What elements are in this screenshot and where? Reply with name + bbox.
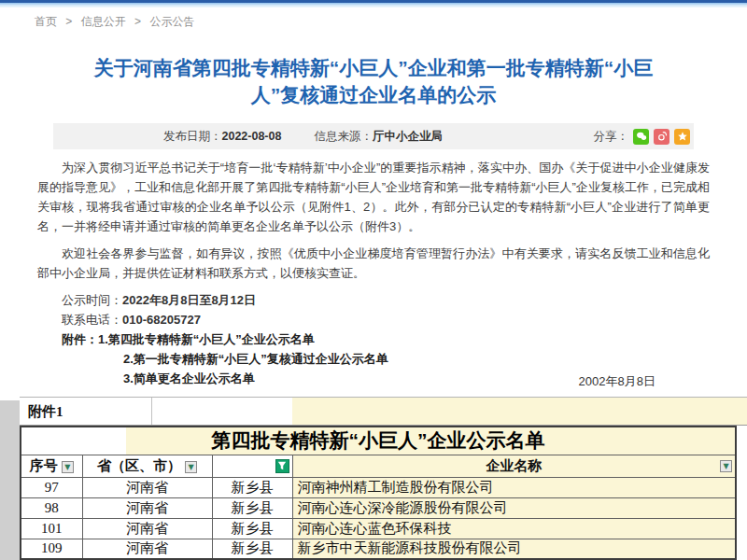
filter-dropdown-icon[interactable] [720, 460, 732, 472]
notice-time-label: 公示时间： [62, 293, 122, 307]
table-title: 第四批专精特新“小巨人”企业公示名单 [21, 427, 736, 455]
publish-date-label: 发布日期： [163, 130, 222, 143]
table-row: 98 河南省 新乡县 河南心连心深冷能源股份有限公司 [21, 497, 736, 518]
table-cell-county: 新乡县 [212, 477, 292, 497]
attachment-item: 1.第四批专精特新“小巨人”企业公示名单 [98, 332, 315, 346]
page-title: 关于河南省第四批专精特新“小巨人”企业和第一批专精特新“小巨人”复核通过企业名单… [93, 54, 654, 108]
attachments-line: 附件：1.第四批专精特新“小巨人”企业公示名单 [37, 329, 710, 349]
table-cell-province: 河南省 [82, 497, 212, 518]
table-row: 109 河南省 新乡县 新乡市中天新能源科技股份有限公司 [21, 539, 736, 559]
attachments-label: 附件： [62, 332, 98, 346]
filter-funnel-icon[interactable] [275, 459, 289, 473]
phone-line: 联系电话：010-68205727 [37, 310, 710, 329]
publish-date: 发布日期：2022-08-08 [163, 129, 281, 145]
table-cell-company: 河南神州精工制造股份有限公司 [292, 477, 736, 497]
breadcrumb-public-notice[interactable]: 公示公告 [149, 15, 194, 28]
attachment-item: 2.第一批专精特新“小巨人”复核通过企业公示名单 [37, 349, 710, 369]
table-cell-province: 河南省 [82, 518, 212, 539]
breadcrumb-separator: > [134, 15, 141, 28]
column-header-label: 序号 [30, 458, 58, 473]
article-body: 为深入贯彻习近平总书记关于“培育一批‘专精特新’中小企业”的重要指示精神，落实中… [37, 158, 710, 391]
info-source-value: 厅中小企业局 [373, 130, 443, 143]
weibo-share-icon[interactable] [654, 129, 669, 145]
wechat-share-icon[interactable] [633, 129, 649, 145]
table-cell-company: 河南心连心深冷能源股份有限公司 [292, 497, 736, 518]
table-cell-county: 新乡县 [212, 497, 292, 518]
table-cell-seq: 98 [21, 497, 82, 518]
phone-value: 010-68205727 [122, 313, 201, 327]
paragraph: 为深入贯彻习近平总书记关于“培育一批‘专精特新’中小企业”的重要指示精神，落实中… [37, 158, 710, 236]
info-source: 信息来源：厅中小企业局 [314, 129, 443, 145]
sheet-left-margin [0, 400, 20, 560]
attachment-sheet: 附件1 第四批专精特新“小巨人”企业公示名单 序号 省（区、市） 企业名称 97… [0, 397, 747, 560]
table-row: 101 河南省 新乡县 河南心连心蓝色环保科技 [21, 518, 736, 539]
column-header-province: 省（区、市） [82, 455, 212, 477]
table-cell-seq: 109 [21, 539, 82, 559]
column-header-label: 企业名称 [486, 458, 542, 473]
article-meta-bar: 发布日期：2022-08-08 信息来源：厅中小企业局 分享： [53, 123, 694, 149]
publish-date-value: 2022-08-08 [222, 130, 282, 143]
notice-time-value: 2022年8月8日至8月12日 [122, 293, 256, 307]
column-header-county [212, 455, 292, 477]
breadcrumb-info-disclosure[interactable]: 信息公开 [81, 15, 126, 28]
sheet-label-row: 附件1 [20, 397, 747, 426]
column-header-label: 省（区、市） [97, 458, 181, 473]
breadcrumb-separator: > [65, 15, 72, 28]
notice-time-line: 公示时间：2022年8月8日至8月12日 [37, 290, 710, 310]
meta-left-group: 发布日期：2022-08-08 信息来源：厅中小企业局 [163, 129, 443, 145]
table-cell-province: 河南省 [82, 539, 212, 559]
share-label: 分享： [594, 129, 629, 145]
info-source-label: 信息来源： [314, 130, 373, 143]
share-group: 分享： [594, 129, 691, 145]
sheet-label: 附件1 [28, 403, 63, 421]
company-table: 第四批专精特新“小巨人”企业公示名单 序号 省（区、市） 企业名称 97 河南省… [20, 426, 737, 560]
table-cell-province: 河南省 [82, 477, 212, 497]
table-cell-company: 新乡市中天新能源科技股份有限公司 [292, 539, 736, 559]
breadcrumb-home[interactable]: 首页 [35, 15, 57, 28]
site-header-edge [0, 0, 747, 7]
table-cell-seq: 97 [21, 477, 82, 497]
star-share-icon[interactable] [674, 129, 690, 145]
filter-dropdown-icon[interactable] [62, 461, 74, 473]
paragraph: 欢迎社会各界参与监督，如有异议，按照《优质中小企业梯度培育管理暂行办法》中有关要… [37, 244, 710, 283]
sheet-area: 附件1 第四批专精特新“小巨人”企业公示名单 序号 省（区、市） 企业名称 97… [20, 397, 747, 560]
table-cell-company: 河南心连心蓝色环保科技 [292, 518, 736, 539]
phone-label: 联系电话： [62, 313, 122, 327]
column-header-seq: 序号 [21, 455, 82, 477]
table-cell-county: 新乡县 [212, 518, 292, 539]
table-cell-county: 新乡县 [212, 539, 292, 559]
table-cell-seq: 101 [21, 518, 82, 539]
table-row: 97 河南省 新乡县 河南神州精工制造股份有限公司 [21, 477, 736, 497]
column-header-company: 企业名称 [292, 455, 736, 477]
article-content: 关于河南省第四批专精特新“小巨人”企业和第一批专精特新“小巨人”复核通过企业名单… [28, 45, 719, 391]
breadcrumb: 首页 > 信息公开 > 公示公告 [35, 14, 194, 30]
filter-dropdown-icon[interactable] [185, 461, 197, 473]
